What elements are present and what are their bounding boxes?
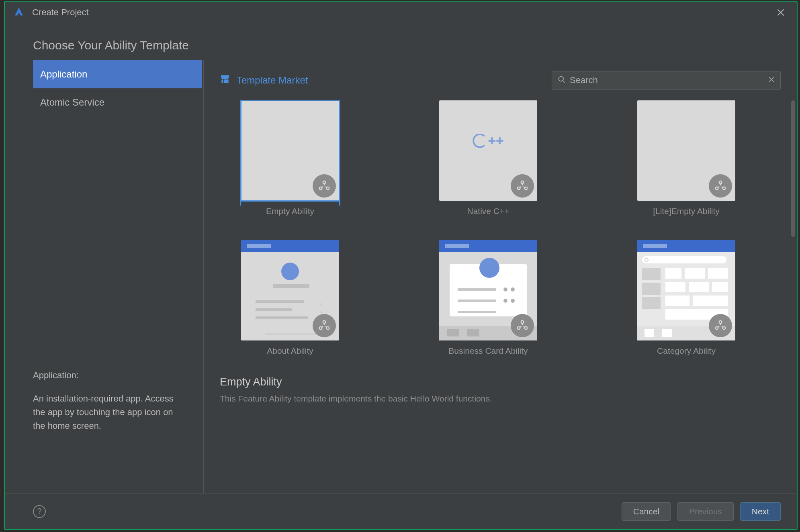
svg-point-10	[323, 321, 326, 324]
svg-point-13	[521, 321, 524, 324]
template-card-about-ability[interactable]: › › › About Ability	[220, 240, 360, 356]
template-label: [Lite]Empty Ability	[653, 206, 720, 216]
template-thumb: › › ›	[241, 240, 339, 340]
dialog-body: Choose Your Ability Template Application…	[5, 23, 797, 493]
harmony-badge-icon	[511, 314, 534, 337]
market-icon	[220, 74, 230, 87]
window-title: Create Project	[32, 7, 773, 18]
harmony-badge-icon	[709, 314, 732, 337]
sidebar-desc-title: Application:	[33, 370, 175, 381]
sidebar-item-label: Atomic Service	[40, 97, 104, 108]
main-area: Application Atomic Service Application: …	[5, 60, 797, 493]
content-pane: Template Market	[204, 60, 797, 493]
next-label: Next	[752, 507, 769, 516]
svg-point-7	[719, 181, 722, 184]
template-card-lite-empty-ability[interactable]: [Lite]Empty Ability	[616, 100, 757, 216]
close-icon[interactable]	[773, 4, 789, 20]
template-label: Native C++	[467, 206, 509, 216]
template-card-native-cpp[interactable]: ++ Native C++	[418, 100, 559, 216]
harmony-badge-icon	[313, 174, 336, 198]
sidebar-items: Application Atomic Service	[5, 60, 203, 116]
content-topbar: Template Market	[220, 68, 781, 92]
previous-label: Previous	[689, 507, 722, 516]
template-label: Category Ability	[657, 346, 716, 356]
sidebar-desc-body: An installation-required app. Access the…	[33, 392, 175, 433]
previous-button[interactable]: Previous	[677, 502, 734, 521]
sidebar-item-application[interactable]: Application	[33, 60, 202, 88]
search-icon	[558, 75, 566, 85]
sidebar: Application Atomic Service Application: …	[5, 60, 204, 493]
next-button[interactable]: Next	[740, 502, 781, 521]
template-thumb	[439, 240, 537, 340]
template-label: Empty Ability	[266, 206, 314, 216]
templates-scroll[interactable]: Empty Ability ++ Native C++	[220, 100, 781, 493]
template-market-link[interactable]: Template Market	[220, 74, 308, 87]
page-heading: Choose Your Ability Template	[5, 23, 797, 60]
clear-search-icon[interactable]	[768, 76, 775, 84]
search-box[interactable]	[552, 71, 781, 90]
dialog-footer: ? Cancel Previous Next	[5, 493, 797, 529]
svg-point-16	[719, 321, 722, 324]
help-icon[interactable]: ?	[33, 505, 46, 518]
sidebar-item-atomic-service[interactable]: Atomic Service	[33, 88, 202, 116]
templates-grid: Empty Ability ++ Native C++	[220, 100, 781, 368]
template-label: About Ability	[267, 346, 313, 356]
template-card-category-ability[interactable]: Category Ability	[616, 240, 757, 356]
template-thumb	[637, 240, 735, 340]
harmony-badge-icon	[313, 314, 336, 337]
cancel-label: Cancel	[633, 507, 659, 516]
template-thumb: ++	[439, 100, 537, 201]
cancel-button[interactable]: Cancel	[622, 502, 671, 521]
svg-point-1	[323, 181, 326, 184]
svg-point-0	[559, 77, 564, 82]
vertical-scrollbar[interactable]	[791, 100, 795, 237]
titlebar: Create Project	[5, 2, 797, 23]
search-input[interactable]	[570, 75, 764, 86]
sidebar-item-label: Application	[40, 69, 87, 80]
create-project-dialog: Create Project Choose Your Ability Templ…	[4, 1, 798, 530]
detail-title: Empty Ability	[220, 376, 781, 388]
svg-point-4	[521, 181, 524, 184]
template-thumb	[637, 100, 735, 201]
template-card-empty-ability[interactable]: Empty Ability	[220, 100, 360, 216]
detail-description: This Feature Ability template implements…	[220, 394, 781, 404]
template-thumb	[241, 100, 339, 201]
sidebar-description: Application: An installation-required ap…	[5, 370, 203, 493]
app-logo-icon	[13, 6, 25, 18]
template-market-label: Template Market	[237, 75, 308, 86]
harmony-badge-icon	[709, 174, 732, 198]
cpp-icon: ++	[473, 133, 504, 149]
template-detail: Empty Ability This Feature Ability templ…	[220, 368, 781, 420]
template-card-business-card-ability[interactable]: Business Card Ability	[418, 240, 559, 356]
harmony-badge-icon	[511, 174, 534, 198]
template-label: Business Card Ability	[448, 346, 528, 356]
